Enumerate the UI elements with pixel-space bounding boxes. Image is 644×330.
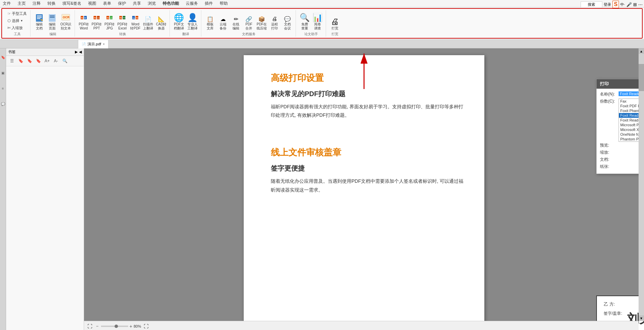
ribbon-group-print: 🖨 打宽 打宽	[327, 10, 343, 37]
hand-tool-label: 手型工具	[12, 11, 27, 16]
scroll-down-btn[interactable]: ▼	[639, 315, 644, 321]
cad-converter-icon: 📐	[158, 16, 165, 22]
pdf-to-excel-btn[interactable]: PDFXLS PDF转Excel	[116, 15, 128, 31]
pdf-compress-btn[interactable]: 📦 PDF在线压缩	[256, 15, 268, 31]
sidebar-tool-search[interactable]: 🔍	[61, 57, 68, 65]
template-btn[interactable]: 📋 模板文库	[204, 15, 216, 31]
panel-icon-layers[interactable]: ≡	[1, 82, 5, 95]
menu-annotate[interactable]: 注释	[31, 0, 42, 7]
search-box[interactable]: 搜索	[581, 1, 602, 8]
ocr-btn[interactable]: OCR OCR识别文本	[59, 12, 73, 31]
expand-icon[interactable]: ⛶	[87, 324, 92, 329]
section1-title: 高级打印设置	[271, 72, 464, 84]
sidebar-tool-bookmark1[interactable]: 🔖	[17, 57, 24, 65]
menu-file[interactable]: 文件	[1, 0, 12, 7]
doc-meeting-btn[interactable]: 💬 文档会议	[281, 15, 294, 31]
scroll-up-btn[interactable]: ▲	[639, 48, 644, 54]
menu-help[interactable]: 帮助	[218, 0, 229, 7]
menu-share[interactable]: 共享	[132, 0, 142, 7]
survey-btn[interactable]: 📊 阅卷调查	[311, 12, 324, 31]
scan-translate-icon: 📄	[145, 16, 152, 22]
grid-icon[interactable]: ⊞	[633, 2, 637, 7]
print-dialog: 打印 名称(N): Foxit Reader PDF Printer 份数(C)…	[596, 79, 644, 174]
status-bar: ⛶ － + 80% ⛶	[84, 321, 639, 330]
more-icon[interactable]: ⋯	[638, 2, 643, 7]
sidebar-expand-btn[interactable]: ▶	[75, 50, 78, 54]
print-wide-btn[interactable]: 🖨 打宽	[329, 16, 341, 31]
svg-text:PDF: PDF	[120, 17, 123, 19]
scan-translate-label: 扫描件上翻译	[143, 22, 153, 30]
menu-sign[interactable]: 填写&签名	[61, 0, 83, 7]
svg-text:PDF: PDF	[81, 17, 84, 19]
sidebar-collapse-btn[interactable]: ◀	[79, 50, 82, 54]
ribbon-group-tools: ☞ 手型工具 ⬡ 选择 ▼ ✄ 入缩放 工具	[4, 10, 31, 37]
edit-doc-btn[interactable]: 编辑文档	[33, 12, 45, 31]
section2-title: 线上文件审核盖章	[271, 147, 464, 158]
pdf-merge-btn[interactable]: 🔗 PDF合并	[243, 15, 255, 31]
svg-text:PDF: PDF	[94, 17, 97, 19]
pdf-tab[interactable]: 📄 演示.pdf ×	[78, 40, 108, 48]
doc-meeting-icon: 💬	[284, 16, 291, 22]
svg-rect-2	[37, 17, 42, 18]
pdf-to-ppt-btn[interactable]: PDFPPT PDF转PPT	[90, 15, 103, 31]
sidebar-tool-font-small[interactable]: A-	[52, 57, 60, 65]
zoom-slider[interactable]	[101, 326, 128, 327]
pdf-translate-btn[interactable]: 🌐 PDF文档翻译	[173, 12, 185, 31]
section2: 线上文件审核盖章 签字更便捷 随着无纸化办公应用普及。当遇到使用PDF文档中需要…	[271, 147, 464, 194]
panel-icon-comment[interactable]: 💬	[1, 97, 5, 111]
zoom-out-btn[interactable]: －	[95, 323, 100, 329]
word-to-pdf-icon: WordPDF	[132, 16, 139, 22]
scroll-thumb[interactable]	[639, 64, 644, 91]
hand-tool-btn[interactable]: ☞ 手型工具	[6, 10, 28, 17]
menu-view[interactable]: 视图	[87, 0, 98, 7]
ribbon-group-convert: PDFW PDF转Word PDFPPT PDF转PPT PDFJPG PDF转…	[76, 10, 170, 37]
word-to-pdf-btn[interactable]: WordPDF Word转PDF	[129, 15, 141, 31]
input-method-icon[interactable]: 中·	[620, 2, 625, 7]
mic-icon[interactable]: 🎤	[626, 2, 632, 7]
remote-print-btn[interactable]: 🖨 远程打印	[268, 15, 281, 31]
section1-subtitle: 解决常见的PDF打印难题	[271, 89, 464, 98]
menu-plugin[interactable]: 插件	[203, 0, 214, 7]
scrollbar[interactable]: ▲ ▼	[639, 48, 644, 321]
free-check-btn[interactable]: 🔍 免费查重	[299, 12, 311, 31]
menu-special[interactable]: 特色功能	[161, 0, 180, 7]
svg-rect-7	[50, 17, 55, 18]
sidebar-tool-bookmark3[interactable]: 🔖	[35, 57, 42, 65]
fullscreen-btn[interactable]: ⛶	[144, 324, 148, 329]
tab-close-btn[interactable]: ×	[103, 42, 105, 46]
menu-home[interactable]: 主页	[16, 0, 27, 7]
menu-protect[interactable]: 保护	[117, 0, 127, 7]
pdf-to-word-btn[interactable]: PDFW PDF转Word	[78, 15, 90, 31]
pdf-to-jpg-icon: PDFJPG	[106, 16, 113, 22]
sidebar-tool-list[interactable]: ☰	[8, 57, 16, 65]
online-edit-label: 在线编辑	[233, 22, 239, 30]
template-label: 模板文库	[207, 22, 214, 30]
pdf-to-jpg-btn[interactable]: PDFJPG PDF转JPG	[103, 15, 116, 31]
login-btn[interactable]: 登录	[604, 2, 611, 7]
menu-form[interactable]: 表单	[102, 0, 113, 7]
edit-page-btn2[interactable]: 编辑页面	[46, 12, 58, 31]
cad-converter-btn[interactable]: 📐 CAD转换器	[155, 15, 167, 31]
sidebar: 书签 ▶ ◀ ☰ 🔖 🔖 🔖 A+ A- 🔍	[6, 48, 84, 330]
edit-page-btn[interactable]: ✄ 入缩放	[6, 25, 24, 31]
menu-bar: 文件 主页 注释 转换 填写&签名 视图 表单 保护 共享 浏览 特色功能 云服…	[0, 0, 644, 7]
online-edit-btn[interactable]: ✏ 在线编辑	[230, 15, 242, 31]
cloud-backup-btn[interactable]: ☁ 云端备份	[217, 15, 229, 31]
pro-translate-btn[interactable]: 👤 专业人工翻译	[186, 12, 199, 31]
pdf-to-excel-label: PDF转Excel	[117, 22, 127, 30]
pdf-to-ppt-label: PDF转PPT	[92, 22, 102, 30]
section1-body: 福昕PDF阅读器拥有强大的打印功能, 界面友好易于学习。支持虚拟打印、批量打印等…	[271, 103, 464, 119]
zoom-in-btn[interactable]: +	[129, 324, 132, 329]
select-tool-btn[interactable]: ⬡ 选择 ▼	[6, 18, 24, 24]
sidebar-tool-bookmark2[interactable]: 🔖	[26, 57, 33, 65]
scan-translate-btn[interactable]: 📄 扫描件上翻译	[142, 15, 154, 31]
panel-icon-bookmark[interactable]: 🔖	[1, 50, 5, 64]
sidebar-tool-font-large[interactable]: A+	[43, 57, 51, 65]
menu-browse[interactable]: 浏览	[146, 0, 157, 7]
menu-convert[interactable]: 转换	[46, 0, 57, 7]
print-zoom-label: 缩放:	[600, 150, 619, 155]
menu-cloud[interactable]: 云服务	[184, 0, 199, 7]
panel-icon-thumbnail[interactable]: ▣	[1, 66, 5, 80]
pdf-to-word-label: PDF转Word	[79, 22, 89, 30]
pro-translate-label: 专业人工翻译	[187, 22, 198, 30]
